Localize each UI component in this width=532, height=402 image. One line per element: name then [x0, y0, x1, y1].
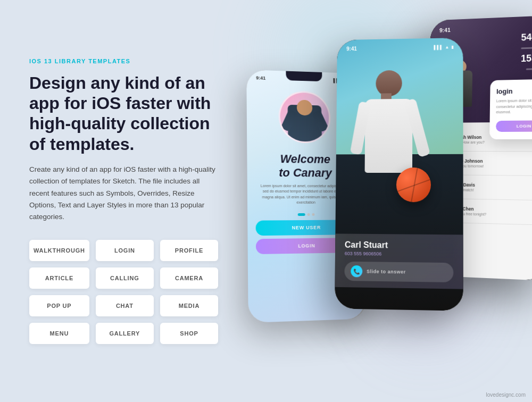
- btn-media[interactable]: MEDIA: [160, 295, 218, 316]
- dot-3: [312, 213, 314, 216]
- stat-bar-2: [526, 68, 532, 70]
- btn-shop[interactable]: SHOP: [160, 323, 218, 344]
- login-card-title: login: [496, 87, 532, 96]
- stat-bar-1: [521, 47, 532, 49]
- login-card-text: Lorem ipsum dolor sit amet, consectetur …: [496, 98, 532, 115]
- description: Create any kind of an app for iOS faster…: [29, 164, 218, 223]
- stat-2: 1535: [521, 53, 532, 64]
- mid-battery: ▮: [451, 45, 453, 49]
- slide-text: Slide to answer: [367, 269, 406, 274]
- btn-camera[interactable]: CAMERA: [160, 267, 218, 289]
- athlete-name: Carl Stuart: [345, 240, 454, 251]
- middle-time: 9:41: [346, 46, 357, 52]
- figure-head: [297, 100, 313, 116]
- dot-1: [298, 213, 305, 216]
- btn-popup[interactable]: POP UP: [29, 295, 89, 316]
- slide-bar[interactable]: 📞 Slide to answer: [344, 262, 453, 282]
- phone-icon: 📞: [353, 269, 360, 274]
- athlete-container: [351, 70, 426, 218]
- middle-status-bar: 9:41 ▌▌▌ ▲ ▮: [337, 38, 463, 52]
- btn-chat[interactable]: CHAT: [96, 295, 154, 316]
- middle-screen: 9:41 ▌▌▌ ▲ ▮: [335, 38, 463, 311]
- athlete-shirt: [365, 99, 413, 173]
- stat-1: 5460: [521, 31, 532, 43]
- login-card: login Lorem ipsum dolor sit amet, consec…: [489, 79, 532, 139]
- athlete-head: [376, 70, 402, 97]
- watermark: lovedesignc.com: [486, 392, 526, 398]
- btn-calling[interactable]: CALLING: [96, 267, 154, 289]
- headline: Design any kind of an app for iOS faster…: [29, 73, 218, 155]
- back-stats: 5460 1535: [514, 15, 532, 76]
- status-time: 9:41: [256, 75, 265, 80]
- athlete-background: Carl Stuart 603 555 9606506 📞 Slide to a…: [335, 38, 463, 311]
- btn-walkthrough[interactable]: WALKTHROUGH: [29, 240, 89, 261]
- back-time: 9:41: [439, 27, 451, 33]
- mid-wifi: ▲: [445, 45, 449, 49]
- btn-profile[interactable]: PROFILE: [160, 240, 218, 261]
- athlete-number: 603 555 9606506: [345, 251, 454, 257]
- profile-pic: [278, 90, 331, 144]
- btn-gallery[interactable]: GALLERY: [96, 323, 154, 344]
- mid-signal-bars: ▌▌▌: [434, 45, 443, 49]
- login-card-btn[interactable]: LOGIN: [496, 120, 532, 132]
- left-content: IOS 13 LIBRARY TEMPLATES Design any kind…: [0, 37, 245, 366]
- phone-middle: 9:41 ▌▌▌ ▲ ▮: [335, 38, 463, 311]
- btn-login[interactable]: LOGIN: [96, 240, 154, 261]
- middle-name-card: Carl Stuart 603 555 9606506 📞 Slide to a…: [335, 233, 463, 289]
- page-wrapper: IOS 13 LIBRARY TEMPLATES Design any kind…: [0, 0, 532, 402]
- dot-2: [307, 213, 310, 216]
- slide-circle: 📞: [351, 265, 362, 277]
- eyebrow-label: IOS 13 LIBRARY TEMPLATES: [29, 58, 218, 64]
- middle-signal: ▌▌▌ ▲ ▮: [434, 44, 454, 50]
- phones-area: 9:41 ▌▌▌ ▲ ▮ Welcometo Canary: [218, 0, 532, 402]
- btn-article[interactable]: ARTICLE: [29, 267, 89, 289]
- btn-menu[interactable]: MENU: [29, 323, 89, 344]
- category-grid: WALKTHROUGH LOGIN PROFILE ARTICLE CALLIN…: [29, 240, 218, 344]
- athlete-ball: [396, 168, 431, 202]
